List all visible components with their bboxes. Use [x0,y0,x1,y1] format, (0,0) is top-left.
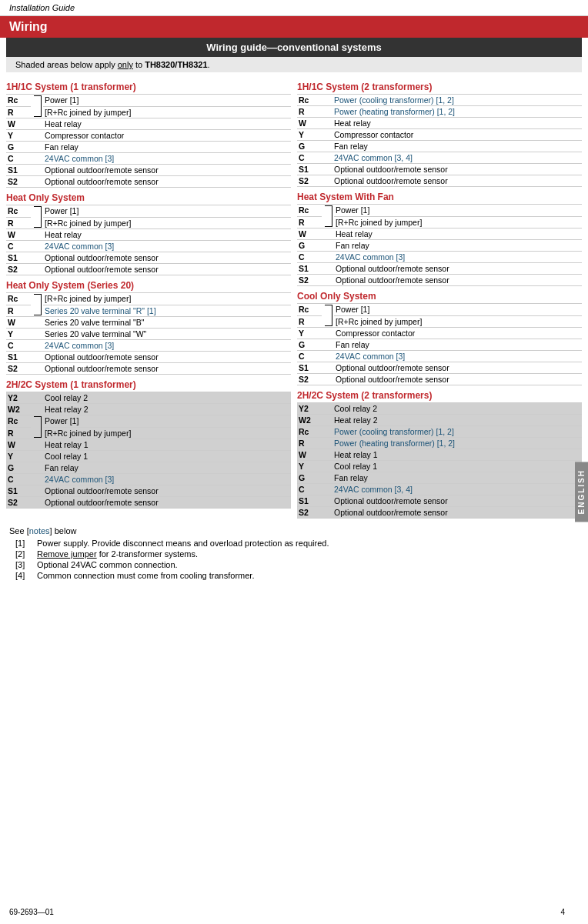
table-row: S1 Optional outdoor/remote sensor [6,252,291,264]
table-row: Rc Power [1] [297,205,582,217]
note-1: [1] Power supply. Provide disconnect mea… [9,539,579,548]
desc: Fan relay [43,142,291,153]
term: W [6,439,31,451]
desc: Cool relay 1 [332,461,582,472]
note-text: Optional 24VAC common connection. [37,560,178,569]
spacer [322,403,332,415]
desc: Optional outdoor/remote sensor [334,374,582,385]
spacer [322,426,332,438]
table-row: R Series 20 valve terminal "R" [1] [6,305,291,317]
content-area: 1H/1C System (1 transformer) Rc Power [1… [0,77,588,519]
top-bar: Installation Guide [0,0,588,16]
term: W [6,229,31,241]
desc: [R+Rc joined by jumper] [43,217,291,229]
shaded-model: TH8320/TH8321 [145,60,207,69]
term: S1 [6,352,31,363]
spacer [31,241,43,252]
footer-right: 4 [560,908,565,916]
table-row: S1 Optional outdoor/remote sensor [6,485,291,497]
table-row: G Fan relay [297,240,582,252]
desc: Compressor contactor [43,130,291,142]
notes-section: See [notes] below [1] Power supply. Prov… [0,519,588,589]
desc: 24VAC common [3, 4] [332,484,582,495]
table-row: G Fan relay [6,142,291,153]
table-row: C 24VAC common [3] [6,241,291,252]
note-text: Common connection must come from cooling… [37,571,254,580]
desc: [R+Rc joined by jumper] [43,293,291,305]
spacer [31,165,43,176]
spacer [31,363,43,375]
spacer [31,485,43,497]
desc: Cool relay 1 [43,451,291,462]
desc: Optional outdoor/remote sensor [332,164,582,175]
table-row: Rc Power [1] [6,415,291,428]
term: S2 [297,507,322,519]
table-row: S2 Optional outdoor/remote sensor [297,175,582,187]
spacer [31,451,43,462]
desc: 24VAC common [3] [43,474,291,485]
term: W2 [297,415,322,426]
table-row: W Heat relay [6,118,291,130]
term: S2 [297,275,322,286]
term: Rc [297,304,322,316]
note-3: [3] Optional 24VAC common connection. [9,560,579,569]
table-row: G Fan relay [297,472,582,484]
desc: Cool relay 2 [332,403,582,415]
desc: Fan relay [334,339,582,351]
section-1h1c-2t-title: 1H/1C System (2 transformers) [297,82,582,92]
desc: Power (heating transformer) [1, 2] [332,106,582,118]
term: R [6,217,31,229]
table-row: S2 Optional outdoor/remote sensor [6,264,291,275]
term: R [6,427,31,439]
table-row: W Heat relay [297,118,582,129]
desc: Fan relay [334,240,582,252]
table-cool-only: Rc Power [1] R [R+Rc joined by jumper] Y… [297,303,582,385]
desc: Optional outdoor/remote sensor [43,497,291,509]
table-2h2c-1t: Y2 Cool relay 2 W2 Heat relay 2 Rc Power… [6,392,291,509]
term: S2 [6,497,31,509]
desc: [R+Rc joined by jumper] [334,315,582,328]
guide-header: Wiring guide—conventional systems [6,38,582,57]
spacer [31,176,43,188]
table-row: C 24VAC common [3] [297,351,582,362]
table-row: W2 Heat relay 2 [6,404,291,415]
term: W [297,118,322,129]
term: S1 [6,252,31,264]
spacer [322,351,334,362]
spacer [322,339,334,351]
desc: Power [1] [43,205,291,218]
table-row: W Heat relay 1 [6,439,291,451]
desc: Power (cooling transformer) [1, 2] [332,95,582,106]
desc: Optional outdoor/remote sensor [332,175,582,187]
table-row: Rc Power (cooling transformer) [1, 2] [297,426,582,438]
wiring-header: Wiring [0,16,588,38]
table-row: Rc [R+Rc joined by jumper] [6,293,291,305]
spacer [322,129,332,141]
table-row: Rc Power [1] [297,304,582,316]
spacer [322,275,334,286]
desc: 24VAC common [3] [334,351,582,362]
term: Rc [297,205,322,217]
table-row: Y2 Cool relay 2 [6,392,291,404]
term: W2 [6,404,31,415]
spacer [322,362,334,374]
table-heat-fan: Rc Power [1] R [R+Rc joined by jumper] W… [297,204,582,286]
section-heat-only-s20-title: Heat Only System (Series 20) [6,280,291,291]
term: W [6,317,31,329]
term: S2 [297,175,322,187]
desc: Compressor contactor [332,129,582,141]
desc: Cool relay 2 [43,392,291,404]
section-heat-only-title: Heat Only System [6,192,291,203]
table-row: R [R+Rc joined by jumper] [297,216,582,228]
table-row: C 24VAC common [3, 4] [297,152,582,164]
term: R [297,216,322,228]
spacer [31,229,43,241]
term: S2 [6,264,31,275]
table-row: Rc Power [1] [6,205,291,218]
desc: Optional outdoor/remote sensor [334,362,582,374]
desc: Heat relay 1 [43,439,291,451]
spacer [31,352,43,363]
table-row: W2 Heat relay 2 [297,415,582,426]
desc: Heat relay 2 [43,404,291,415]
section-1h1c-1t-title: 1H/1C System (1 transformer) [6,82,291,92]
